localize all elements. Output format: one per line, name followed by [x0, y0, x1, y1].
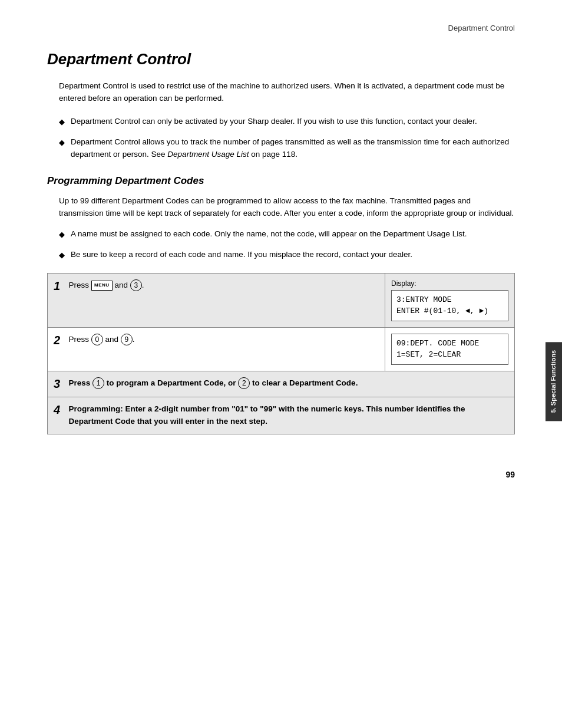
section-bullet-text-2: Be sure to keep a record of each code an… [71, 249, 412, 261]
step2-circle-9: 9 [121, 334, 133, 345]
bullet-diamond-4: ◆ [59, 249, 65, 261]
section-title: Programming Department Codes [47, 175, 515, 187]
intro-paragraph: Department Control is used to restrict u… [59, 80, 515, 105]
bullet-diamond-3: ◆ [59, 229, 65, 241]
display-line-2-2: 1=SET, 2=CLEAR [396, 349, 503, 361]
bullet-text-1: Department Control can only be activated… [71, 116, 477, 128]
display-line-2-1: 09:DEPT. CODE MODE [396, 338, 503, 350]
display-line-1-1: 3:ENTRY MODE [396, 294, 503, 306]
step1-press-label: Press [69, 281, 90, 289]
step1-and-text: and [115, 281, 128, 289]
display-box-1: 3:ENTRY MODE ENTER #(01-10, ◄, ►) [391, 290, 508, 321]
header-title: Department Control [448, 24, 515, 32]
step-display-1: Display: 3:ENTRY MODE ENTER #(01-10, ◄, … [385, 273, 515, 327]
bullet-item-1: ◆ Department Control can only be activat… [59, 116, 515, 128]
step2-period: . [133, 335, 135, 344]
step-number-2: 2 [48, 327, 65, 371]
step-content-2: Press 0 and 9. [65, 327, 385, 371]
main-content: Department Control Department Control is… [0, 38, 562, 458]
step3-circle-2: 2 [238, 377, 250, 389]
menu-key-label: MENU [94, 282, 110, 289]
step-row-3: 3 Press 1 to program a Department Code, … [48, 371, 515, 397]
display-label-1: Display: [391, 279, 508, 288]
section-bullet-1: ◆ A name must be assigned to each code. … [59, 228, 515, 241]
section-bullet-2: ◆ Be sure to keep a record of each code … [59, 249, 515, 261]
step1-circle-3: 3 [130, 279, 142, 291]
step4-text: Programming: Enter a 2-digit number from… [69, 404, 465, 426]
step2-and-word: and [105, 335, 119, 344]
menu-key: MENU [91, 281, 113, 290]
page-title: Department Control [47, 50, 515, 68]
bullet-diamond-1: ◆ [59, 116, 65, 128]
step1-period: . [142, 281, 144, 289]
display-box-2: 09:DEPT. CODE MODE 1=SET, 2=CLEAR [391, 334, 508, 365]
step-content-3: Press 1 to program a Department Code, or… [65, 371, 515, 397]
section-intro: Up to 99 different Department Codes can … [59, 195, 515, 220]
display-line-1-2: ENTER #(01-10, ◄, ►) [396, 305, 503, 317]
step-row-1: 1 Press MENU and 3. Display: 3:ENTRY MOD… [48, 273, 515, 327]
bullet-item-2: ◆ Department Control allows you to track… [59, 136, 515, 161]
step-number-1: 1 [48, 273, 65, 327]
page-header: Department Control [0, 0, 562, 38]
step-content-4: Programming: Enter a 2-digit number from… [65, 397, 515, 434]
bullet-diamond-2: ◆ [59, 137, 65, 161]
step3-circle-1: 1 [92, 377, 104, 389]
step-number-4: 4 [48, 397, 65, 434]
page-number: 99 [0, 458, 562, 491]
italic-ref: Department Usage List [167, 150, 249, 159]
section-bullet-text-1: A name must be assigned to each code. On… [71, 228, 467, 241]
step-content-1: Press MENU and 3. [65, 273, 385, 327]
step2-press-label: Press [69, 335, 90, 344]
steps-table: 1 Press MENU and 3. Display: 3:ENTRY MOD… [47, 273, 515, 434]
step-number-3: 3 [48, 371, 65, 397]
side-tab: 5. Special Functions [546, 342, 562, 421]
step-row-2: 2 Press 0 and 9. 09:DEPT. CODE MODE 1=SE… [48, 327, 515, 371]
step2-circle-0: 0 [91, 334, 103, 345]
step-display-2: 09:DEPT. CODE MODE 1=SET, 2=CLEAR [385, 327, 515, 371]
step-row-4: 4 Programming: Enter a 2-digit number fr… [48, 397, 515, 434]
bullet-text-2: Department Control allows you to track t… [71, 136, 515, 161]
